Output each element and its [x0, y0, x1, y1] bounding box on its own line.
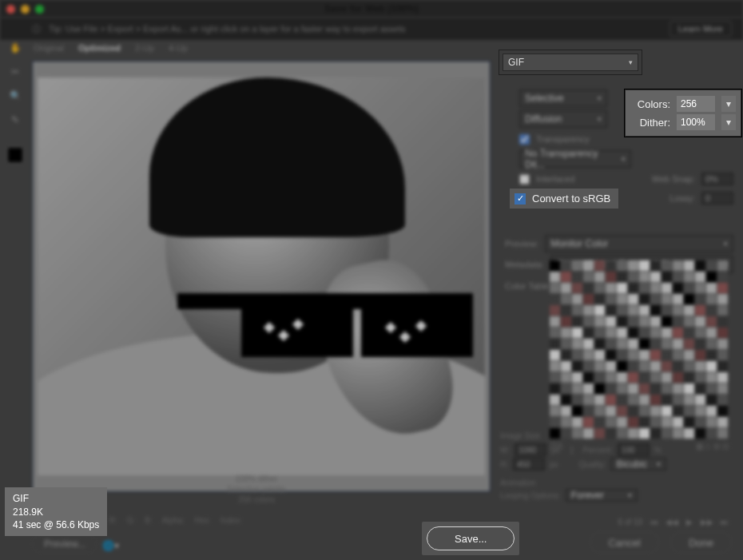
preview-button[interactable]: Preview... [32, 534, 97, 554]
status-colors: 256 colors [238, 495, 275, 504]
dither-dropdown-icon[interactable]: ▾ [721, 114, 736, 130]
colors-input[interactable]: 256 [677, 96, 715, 112]
preview-label: Preview: [505, 239, 538, 248]
websnap-label: Web Snap: [652, 174, 695, 184]
width-input[interactable]: 1080 [515, 443, 546, 456]
left-toolbar: ✋ ✂ 🔍 ✎ [3, 40, 27, 163]
browser-preview-icon[interactable]: 🌐▾ [102, 540, 119, 551]
image-size-section: Image Size W:1080px ⟧ Percent:100% H:450… [500, 431, 732, 503]
file-info-box: GIF 218.9K 41 sec @ 56.6 Kbps [5, 487, 107, 536]
websnap-value[interactable]: 0% [701, 173, 733, 185]
interlaced-checkbox[interactable] [519, 174, 530, 185]
lossy-value[interactable]: 0 [701, 192, 733, 205]
frame-counter: 6 of 10 [618, 518, 642, 526]
titlebar: Save for Web (100%) [0, 0, 743, 18]
color-table-grid[interactable] [550, 260, 729, 439]
animation-controls: 6 of 10 ⏮ ◀◀ ▶ ▶▶ ⏭ [618, 517, 730, 526]
first-frame-icon[interactable]: ⏮ [649, 517, 660, 526]
color-table: 256 ▦ ◇ ⊞ ⊟ [550, 260, 729, 451]
tab-4up[interactable]: 4-Up [169, 43, 188, 53]
colors-dropdown-icon[interactable]: ▾ [721, 96, 736, 112]
info-format: GIF [13, 492, 99, 505]
color-swatch[interactable] [7, 147, 23, 163]
tab-2up[interactable]: 2-Up [135, 43, 154, 53]
transparency-label: Transparency [536, 134, 590, 144]
dither-input[interactable]: 100% [677, 114, 715, 130]
convert-srgb-row: ✓ Convert to sRGB [510, 189, 618, 209]
done-button[interactable]: Done [670, 531, 732, 554]
prev-frame-icon[interactable]: ◀◀ [666, 517, 677, 526]
window-title: Save for Web (100%) [0, 3, 743, 14]
convert-srgb-checkbox[interactable]: ✓ [515, 193, 526, 205]
info-size: 218.9K [13, 506, 99, 518]
tab-optimized[interactable]: Optimized [78, 43, 121, 53]
hand-tool-icon[interactable]: ✋ [7, 40, 23, 56]
next-frame-icon[interactable]: ▶▶ [701, 517, 713, 526]
cancel-button[interactable]: Cancel [590, 531, 658, 554]
status-dither: 100% dither [235, 475, 277, 483]
slice-tool-icon[interactable]: ✂ [7, 64, 23, 80]
animation-label: Animation [500, 479, 732, 487]
image-size-label: Image Size [500, 431, 732, 440]
colors-dither-box: Colors: 256 ▾ Dither: 100% ▾ [625, 89, 741, 137]
looping-select[interactable]: Forever [566, 489, 638, 502]
zoom-tool-icon[interactable]: 🔍 [7, 88, 23, 104]
last-frame-icon[interactable]: ⏭ [719, 517, 730, 526]
colors-label: Colors: [630, 98, 670, 110]
transparency-dither-select[interactable]: No Transparency Dit... [519, 150, 631, 168]
quality-select[interactable]: Bicubic [610, 458, 666, 471]
dither-algorithm-select[interactable]: Diffusion [519, 110, 607, 128]
save-button[interactable]: Save... [427, 526, 515, 550]
format-value: GIF [508, 57, 524, 68]
preview-frame [32, 61, 491, 492]
preview-select[interactable]: Monitor Color [545, 235, 733, 252]
save-button-wrapper: Save... [422, 522, 519, 555]
height-input[interactable]: 450 [513, 458, 545, 471]
play-icon[interactable]: ▶ [684, 517, 695, 526]
metadata-label: Metadata: [505, 260, 544, 269]
format-select[interactable]: GIF [503, 54, 638, 71]
dialog-buttons: Cancel Done [590, 531, 732, 554]
eyedropper-tool-icon[interactable]: ✎ [7, 112, 23, 128]
lossy-label: Lossy: [669, 193, 695, 203]
convert-srgb-label: Convert to sRGB [532, 193, 610, 205]
interlaced-label: Interlaced [536, 174, 574, 184]
status-palette: Selective palette [227, 485, 285, 494]
tip-text: Tip: Use File > Export > Export As... or… [49, 24, 406, 34]
percent-input[interactable]: 100 [618, 443, 650, 456]
info-time: 41 sec @ 56.6 Kbps [13, 518, 99, 531]
color-reduction-select[interactable]: Selective [519, 89, 607, 107]
tip-bar: ⓘ Tip: Use File > Export > Export As... … [0, 18, 743, 40]
pixel-sunglasses-graphic [177, 285, 473, 373]
format-select-wrapper: GIF [499, 50, 642, 75]
info-icon: ⓘ [32, 23, 41, 35]
learn-more-button[interactable]: Learn More [669, 21, 732, 37]
dither-label: Dither: [630, 117, 670, 129]
tab-original[interactable]: Original [34, 43, 64, 53]
transparency-checkbox[interactable] [519, 134, 530, 145]
color-table-label: Color Table [505, 281, 549, 291]
preview-image [38, 77, 485, 475]
